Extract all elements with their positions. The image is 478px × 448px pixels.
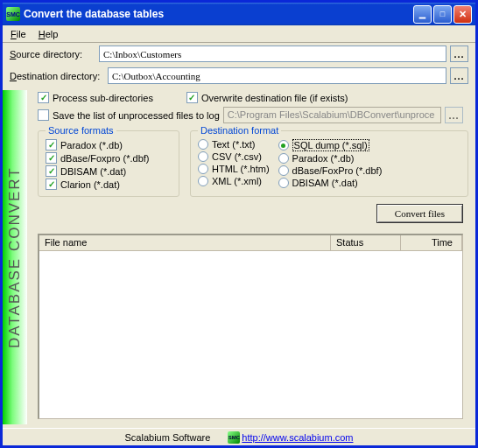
maximize-button[interactable]: □ [433,5,452,24]
source-formats-group: Source formats Paradox (*.db) dBase/Foxp… [38,130,179,197]
col-time[interactable]: Time [401,235,462,250]
col-status[interactable]: Status [331,235,401,250]
process-subdirs-checkbox[interactable]: Process sub-directories [38,92,153,103]
dest-format-group: Destination format Text (*.txt) CSV (*.c… [190,130,468,197]
company-link[interactable]: http://www.scalabium.com [242,432,353,443]
menu-file[interactable]: File [4,27,32,41]
source-browse-button[interactable]: ... [450,46,468,62]
title-bar: SMC Convert the database tables ▁ □ ✕ [3,3,475,25]
app-window: SMC Convert the database tables ▁ □ ✕ Fi… [0,0,478,448]
app-icon: SMC [6,7,20,21]
source-dir-input[interactable] [99,46,446,62]
menu-help[interactable]: Help [32,27,65,41]
results-list[interactable]: File name Status Time [38,234,463,419]
log-browse-button: ... [445,107,463,123]
dest-dir-label: Destination directory: [10,71,104,81]
menu-bar: File Help [3,25,475,43]
results-body [39,251,462,418]
company-label: Scalabium Software [125,432,211,443]
dest-paradox-radio[interactable]: Paradox (*.db) [278,152,383,164]
src-dbase-checkbox[interactable]: dBase/Foxpro (*.dbf) [46,151,172,164]
src-paradox-checkbox[interactable]: Paradox (*.db) [46,138,172,151]
save-log-checkbox[interactable]: Save the list of unprocessed files to lo… [38,109,220,121]
dest-xml-radio[interactable]: XML (*.xml) [198,175,270,187]
convert-button[interactable]: Convert files [376,204,463,223]
window-title: Convert the database tables [24,8,413,20]
vertical-banner: DATABASE CONVERT [3,90,27,424]
dest-dbase-radio[interactable]: dBase/FoxPro (*.dbf) [278,164,383,177]
company-icon: SMC [228,431,240,444]
dest-dbisam-radio[interactable]: DBISAM (*.dat) [278,177,383,189]
overwrite-checkbox[interactable]: Overwrite destination file (if exists) [186,92,348,103]
col-filename[interactable]: File name [39,235,331,250]
dest-html-radio[interactable]: HTML (*.htm) [198,163,270,175]
status-bar: Scalabium Software SMC http://www.scalab… [3,428,475,445]
src-dbisam-checkbox[interactable]: DBISAM (*.dat) [46,164,172,178]
dest-csv-radio[interactable]: CSV (*.csv) [198,150,270,163]
close-button[interactable]: ✕ [453,5,472,24]
src-clarion-checkbox[interactable]: Clarion (*.dat) [46,178,172,191]
minimize-button[interactable]: ▁ [413,5,432,24]
source-dir-label: Source directory: [10,49,95,60]
dest-browse-button[interactable]: ... [450,67,468,84]
dest-text-radio[interactable]: Text (*.txt) [198,138,270,150]
dest-sql-radio[interactable]: SQL dump (*.sql) [278,138,383,152]
log-path-input: C:\Program Files\Scalabium\DBConvert\unp… [223,107,441,123]
dest-dir-input[interactable] [108,67,446,84]
results-header: File name Status Time [39,235,462,251]
